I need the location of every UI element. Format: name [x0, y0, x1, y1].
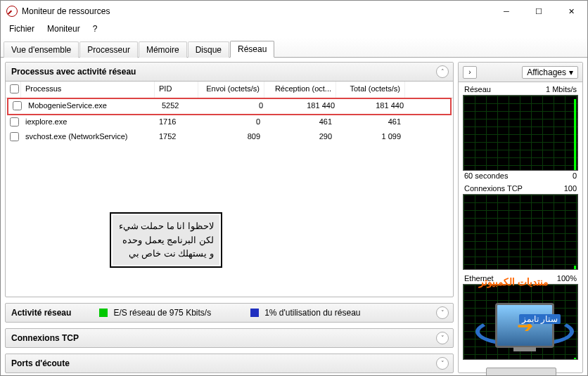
chart-max: 100: [564, 184, 577, 193]
cell-send: 809: [198, 131, 264, 144]
right-pane-header: › Affichages ▾: [459, 63, 582, 82]
io-color-swatch: [99, 309, 108, 317]
chart-canvas: [463, 194, 578, 270]
menu-help[interactable]: ?: [87, 22, 103, 35]
content-area: Processus avec activité réseau ˄ Process…: [1, 58, 587, 376]
menu-file[interactable]: Fichier: [4, 22, 40, 35]
tab-network[interactable]: Réseau: [230, 41, 274, 58]
expand-icon[interactable]: ˅: [436, 306, 449, 319]
close-button[interactable]: ✕: [555, 1, 587, 22]
cell-total: 1 099: [336, 131, 405, 144]
cell-process: svchost.exe (NetworkService): [21, 131, 155, 144]
charts-area: Réseau1 Mbits/s60 secondes0Connexions TC…: [459, 82, 582, 372]
menu-bar: Fichier Moniteur ?: [1, 22, 587, 36]
cell-total: 461: [336, 116, 405, 129]
title-bar: Moniteur de ressources ─ ☐ ✕: [1, 1, 587, 22]
collapse-sidebar-button[interactable]: ›: [463, 66, 477, 79]
cell-pid: 1752: [155, 131, 198, 144]
cell-recv: 461: [264, 116, 336, 129]
row-checkbox[interactable]: [10, 117, 19, 127]
cell-send: 0: [198, 116, 264, 129]
header-checkbox[interactable]: [6, 82, 21, 98]
table-row[interactable]: svchost.exe (NetworkService)17528092901 …: [6, 130, 453, 145]
chart-max: 100%: [557, 274, 577, 283]
cell-process: iexplore.exe: [21, 116, 155, 129]
processes-table-body: MobogenieService.exe52520181 440181 440i…: [6, 98, 453, 145]
col-recv[interactable]: Réception (oct...: [264, 82, 336, 98]
tab-disk[interactable]: Disque: [188, 41, 229, 58]
row-checkbox[interactable]: [10, 132, 19, 141]
views-dropdown[interactable]: Affichages ▾: [522, 66, 578, 79]
tab-bar: Vue d'ensemble Processeur Mémoire Disque…: [1, 37, 587, 58]
right-pane: › Affichages ▾ Réseau1 Mbits/s60 seconde…: [458, 62, 583, 373]
cell-pid: 1716: [155, 116, 198, 129]
col-pid[interactable]: PID: [155, 82, 198, 98]
chart-title: Réseau: [464, 85, 491, 93]
chart-title: Connexions TCP: [464, 184, 523, 193]
cell-recv: 290: [264, 131, 336, 144]
ports-panel-title: Ports d'écoute: [11, 358, 70, 368]
util-label: 1% d'utilisation du réseau: [264, 308, 360, 318]
chart-canvas: [463, 95, 578, 171]
table-row[interactable]: iexplore.exe17160461461: [6, 115, 453, 130]
row-checkbox[interactable]: [13, 101, 22, 110]
processes-table-header: Processus PID Envoi (octets/s) Réception…: [6, 82, 453, 98]
chart-canvas: [463, 284, 578, 360]
tab-cpu[interactable]: Processeur: [79, 41, 138, 58]
processes-panel: Processus avec activité réseau ˄ Process…: [5, 62, 454, 297]
chart-block: Réseau1 Mbits/s60 secondes0: [463, 85, 578, 180]
io-label: E/S réseau de 975 Kbits/s: [113, 308, 211, 318]
chart-min: 0: [573, 171, 577, 180]
cell-recv: 181 440: [267, 100, 339, 113]
cell-process: MobogenieService.exe: [24, 100, 158, 113]
cell-total: 181 440: [339, 100, 408, 113]
tcp-panel[interactable]: Connexions TCP ˅: [5, 328, 454, 348]
chart-block: Ethernet100%: [463, 274, 578, 360]
chart-block: Connexions TCP100: [463, 184, 578, 270]
processes-panel-header[interactable]: Processus avec activité réseau ˄: [6, 63, 453, 82]
network-activity-info: E/S réseau de 975 Kbits/s 1% d'utilisati…: [99, 308, 360, 318]
window-title: Moniteur de ressources: [22, 6, 110, 16]
annotation-overlay: لاحظوا انا ما حملت شيء لكن البرنامج يعمل…: [110, 212, 222, 268]
tcp-panel-title: Connexions TCP: [11, 333, 79, 343]
table-row[interactable]: MobogenieService.exe52520181 440181 440: [7, 98, 452, 115]
chart-title: Ethernet: [464, 274, 494, 283]
app-icon: [6, 6, 18, 17]
left-pane: Processus avec activité réseau ˄ Process…: [5, 62, 454, 373]
tab-overview[interactable]: Vue d'ensemble: [4, 41, 79, 58]
chart-max: 1 Mbits/s: [546, 85, 577, 93]
cell-pid: 5252: [158, 100, 201, 113]
col-process[interactable]: Processus: [21, 82, 155, 98]
util-color-swatch: [250, 309, 259, 317]
views-label: Affichages: [527, 67, 566, 77]
lower-panels: Activité réseau E/S réseau de 975 Kbits/…: [5, 303, 454, 373]
cell-send: 0: [201, 100, 267, 113]
processes-panel-title: Processus avec activité réseau: [11, 67, 136, 77]
expand-icon[interactable]: ˅: [436, 332, 449, 344]
minimize-button[interactable]: ─: [490, 1, 523, 22]
dropdown-icon: ▾: [569, 67, 573, 77]
chart-xlabel: 60 secondes: [464, 171, 508, 180]
ports-panel[interactable]: Ports d'écoute ˅: [5, 354, 454, 373]
collapse-icon[interactable]: ˄: [436, 65, 449, 78]
maximize-button[interactable]: ☐: [523, 1, 555, 22]
col-send[interactable]: Envoi (octets/s): [198, 82, 264, 98]
col-total[interactable]: Total (octets/s): [336, 82, 405, 98]
select-all-checkbox[interactable]: [10, 84, 19, 93]
expand-icon[interactable]: ˅: [436, 357, 449, 370]
tab-memory[interactable]: Mémoire: [139, 41, 187, 58]
network-activity-title: Activité réseau: [11, 308, 71, 318]
menu-monitor[interactable]: Moniteur: [41, 22, 86, 35]
network-activity-panel[interactable]: Activité réseau E/S réseau de 975 Kbits/…: [5, 303, 454, 323]
